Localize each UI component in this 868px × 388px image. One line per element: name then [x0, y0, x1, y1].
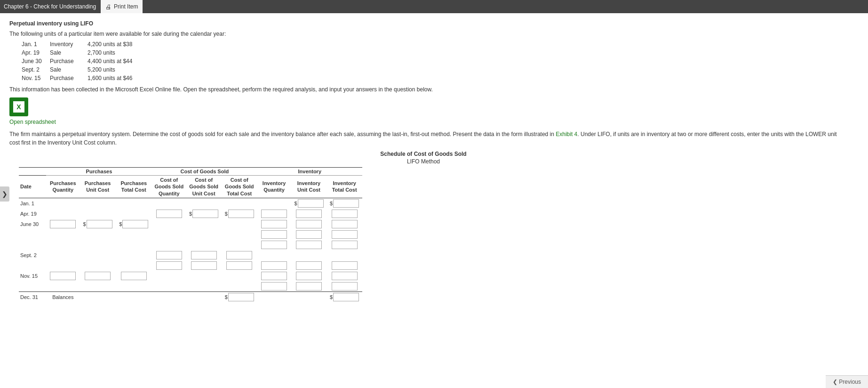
schedule-table: Purchases Cost of Goods Sold Inventory D…	[19, 167, 362, 302]
input-inv-qty-jun30-1[interactable]	[261, 220, 287, 228]
cell-empty	[115, 209, 152, 219]
input-cogs-unit-apr19[interactable]	[192, 210, 218, 218]
table-row	[19, 229, 362, 240]
exhibit-link[interactable]: Exhibit 4	[556, 131, 577, 137]
input-purch-qty-jun30[interactable]	[50, 220, 76, 228]
info-note: This information has been collected in t…	[9, 86, 837, 93]
input-inv-total-jun30-3[interactable]	[332, 241, 358, 249]
header-row-sub: Date PurchasesQuantity PurchasesUnit Cos…	[19, 176, 362, 198]
cell-empty	[257, 198, 291, 209]
open-spreadsheet-link[interactable]: Open spreadsheet	[9, 119, 56, 125]
cell-empty	[152, 219, 186, 229]
cell-inv-qty-jun30-1	[257, 219, 291, 229]
input-inv-qty-nov15-1[interactable]	[261, 272, 287, 280]
input-cogs-unit-sep2-2[interactable]	[191, 261, 217, 270]
print-item-tab[interactable]: 🖨 Print Item	[101, 0, 143, 13]
input-inv-qty-jun30-3[interactable]	[261, 241, 287, 249]
cell-empty	[222, 219, 257, 229]
input-inv-unit-jan1[interactable]	[298, 199, 324, 208]
cell-cogs-qty-apr19	[152, 209, 186, 219]
input-cogs-total-sep2-1[interactable]	[226, 251, 252, 259]
header-cogs-group: Cost of Goods Sold	[152, 168, 257, 176]
input-purch-total-nov15[interactable]	[121, 272, 147, 280]
input-inv-unit-nov15-1[interactable]	[296, 272, 322, 280]
cell-inv-total-jun30-2	[326, 229, 362, 240]
detail-cell: 5,200 units	[85, 65, 135, 74]
input-purch-total-jun30[interactable]	[122, 220, 148, 228]
col-purch-unit: PurchasesUnit Cost	[80, 176, 116, 198]
input-cogs-total-apr19[interactable]	[228, 210, 254, 218]
cell-cogs-qty-sep2-1	[152, 250, 186, 260]
input-cogs-total-balance[interactable]	[228, 293, 254, 301]
date-cell: Nov. 15	[19, 74, 47, 82]
cell-cogs-total-sep2-2	[222, 260, 257, 271]
table-row	[19, 281, 362, 292]
table-row	[19, 260, 362, 271]
detail-cell: 2,700 units	[85, 48, 135, 57]
cell-inv-qty-apr19	[257, 209, 291, 219]
input-inv-qty-sep2[interactable]	[261, 261, 287, 270]
list-item: Nov. 15 Purchase 1,600 units at $46	[19, 74, 135, 82]
input-inv-total-nov15-2[interactable]	[332, 282, 358, 291]
col-purch-qty: PurchasesQuantity	[46, 176, 80, 198]
row-date-jun30: June 30	[19, 219, 46, 229]
schedule-title: Schedule of Cost of Goods Sold	[9, 151, 837, 157]
input-inv-total-jun30-1[interactable]	[332, 220, 358, 228]
input-inv-total-jan1[interactable]	[333, 199, 359, 208]
cell-inv-total-apr19	[326, 209, 362, 219]
date-cell: Apr. 19	[19, 48, 47, 57]
input-inv-unit-jun30-1[interactable]	[296, 220, 322, 228]
input-inv-qty-nov15-2[interactable]	[261, 282, 287, 291]
row-date-nov15: Nov. 15	[19, 271, 46, 281]
schedule-container: Schedule of Cost of Goods Sold LIFO Meth…	[9, 151, 837, 302]
col-cogs-unit: Cost ofGoods SoldUnit Cost	[186, 176, 222, 198]
col-cogs-qty: Cost ofGoods SoldQuantity	[152, 176, 186, 198]
row-date-jan1: Jan. 1	[19, 198, 46, 209]
cell-inv-qty-nov15-2	[257, 281, 291, 292]
input-inv-unit-apr19[interactable]	[296, 210, 322, 218]
cell-inv-qty-nov15-1	[257, 271, 291, 281]
input-cogs-qty-sep2-2[interactable]	[156, 261, 182, 270]
input-inv-total-sep2[interactable]	[332, 261, 358, 270]
col-date: Date	[19, 176, 46, 198]
cell-inv-unit-jan1: $	[291, 198, 327, 209]
cell-inv-qty-sep2	[257, 260, 291, 271]
input-cogs-total-sep2-2[interactable]	[226, 261, 252, 270]
type-cell: Sale	[47, 65, 85, 74]
input-inv-unit-nov15-2[interactable]	[296, 282, 322, 291]
cell-purch-total-jun30: $	[115, 219, 152, 229]
input-inv-total-apr19[interactable]	[332, 210, 358, 218]
print-icon: 🖨	[105, 3, 111, 10]
input-inv-total-nov15-1[interactable]	[332, 272, 358, 280]
input-purch-unit-nov15[interactable]	[85, 272, 111, 280]
header-date	[19, 168, 46, 176]
input-inv-total-jun30-2[interactable]	[332, 230, 358, 239]
input-cogs-unit-sep2-1[interactable]	[191, 251, 217, 259]
input-purch-unit-jun30[interactable]	[87, 220, 112, 228]
row-date-apr19: Apr. 19	[19, 209, 46, 219]
description-text: The firm maintains a perpetual inventory…	[9, 130, 837, 147]
list-item: Apr. 19 Sale 2,700 units	[19, 48, 135, 57]
input-inv-unit-jun30-2[interactable]	[296, 230, 322, 239]
input-cogs-qty-sep2-1[interactable]	[156, 251, 182, 259]
input-inv-qty-jun30-2[interactable]	[261, 230, 287, 239]
cell-cogs-unit-apr19: $	[186, 209, 222, 219]
input-inv-qty-apr19[interactable]	[261, 210, 287, 218]
input-inv-total-balance[interactable]	[333, 293, 359, 301]
cell-empty	[46, 198, 80, 209]
table-row: Sept. 2	[19, 250, 362, 260]
cell-purch-total-nov15	[115, 271, 152, 281]
cell-inv-total-balance: $	[326, 291, 362, 302]
input-inv-unit-sep2[interactable]	[296, 261, 322, 270]
input-purch-qty-nov15[interactable]	[50, 272, 76, 280]
cell-inv-total-nov15-1	[326, 271, 362, 281]
chapter-title: Chapter 6 - Check for Understanding	[4, 3, 101, 10]
cell-empty	[46, 209, 80, 219]
input-cogs-qty-apr19[interactable]	[156, 210, 182, 218]
col-purch-total: PurchasesTotal Cost	[115, 176, 152, 198]
left-nav-arrow[interactable]: ❯	[0, 186, 9, 202]
type-cell: Purchase	[47, 74, 85, 82]
cell-inv-unit-jun30-1	[291, 219, 327, 229]
cell-cogs-total-apr19: $	[222, 209, 257, 219]
input-inv-unit-jun30-3[interactable]	[296, 241, 322, 249]
